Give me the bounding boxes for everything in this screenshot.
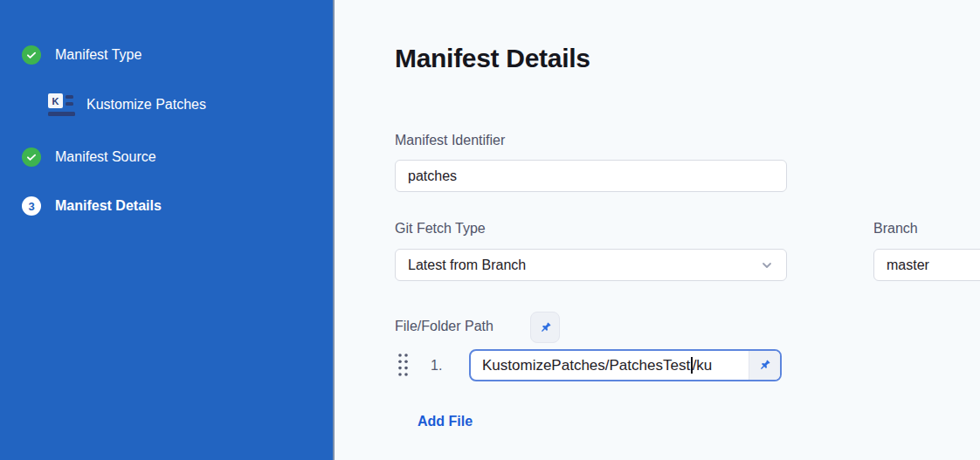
sidebar-step-manifest-type[interactable]: Manifest Type [22, 45, 141, 65]
path-row-index: 1. [431, 358, 442, 374]
path-input-group: KustomizePatches/PatchesTest/ku [469, 349, 782, 381]
sidebar-step-manifest-details[interactable]: 3 Manifest Details [22, 196, 162, 216]
sidebar-substep-kustomize-patches[interactable]: K Kustomize Patches [48, 91, 206, 118]
branch-input[interactable] [873, 249, 980, 281]
path-value-after-cursor: /ku [693, 357, 713, 374]
branch-label: Branch [873, 220, 918, 237]
runtime-input-pin-button[interactable] [530, 312, 560, 343]
step-number-badge: 3 [22, 196, 41, 216]
step-label: Manifest Details [55, 199, 162, 213]
drag-handle-icon[interactable] [397, 352, 410, 381]
check-circle-icon [22, 45, 41, 65]
path-runtime-input-pin-button[interactable] [749, 351, 780, 380]
git-fetch-type-value: Latest from Branch [408, 257, 526, 273]
git-fetch-type-label: Git Fetch Type [395, 220, 486, 237]
path-value-before-cursor: KustomizePatches/PatchesTest [482, 357, 690, 374]
page-title: Manifest Details [395, 44, 590, 73]
pin-icon [535, 317, 556, 338]
manifest-identifier-input[interactable] [395, 160, 787, 192]
file-folder-path-label: File/Folder Path [395, 318, 493, 334]
kustomize-icon: K [48, 91, 75, 118]
wizard-sidebar: Manifest Type K Kustomize Patches Manife… [0, 0, 335, 460]
path-input[interactable]: KustomizePatches/PatchesTest/ku [471, 351, 749, 380]
step-label: Manifest Type [55, 48, 141, 62]
sidebar-step-manifest-source[interactable]: Manifest Source [22, 148, 156, 167]
step-label: Manifest Source [55, 150, 156, 164]
git-fetch-type-select[interactable]: Latest from Branch [395, 249, 787, 281]
pin-icon [754, 354, 775, 375]
manifest-identifier-label: Manifest Identifier [395, 132, 505, 148]
chevron-down-icon [760, 258, 774, 272]
manifest-wizard: Manifest Type K Kustomize Patches Manife… [0, 0, 980, 460]
substep-label: Kustomize Patches [86, 98, 206, 112]
manifest-details-panel: Manifest Details Manifest Identifier Git… [336, 0, 980, 460]
check-circle-icon [22, 148, 41, 167]
add-file-button[interactable]: Add File [418, 414, 473, 429]
